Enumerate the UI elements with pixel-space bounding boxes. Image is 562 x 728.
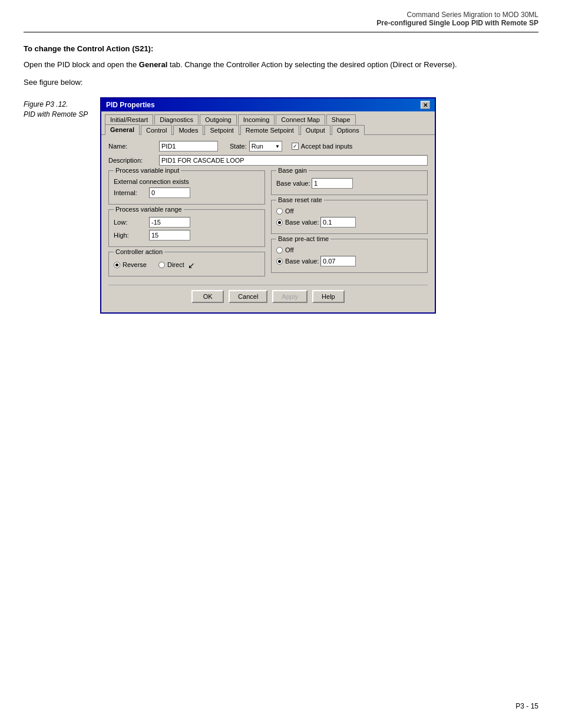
- external-connection-text: External connection exists: [114, 178, 189, 185]
- pid-properties-dialog: PID Properties ✕ Initial/Restart Diagnos…: [100, 97, 436, 314]
- base-gain-group: Base gain Base value:: [271, 170, 428, 195]
- controller-action-title: Controller action: [114, 248, 164, 255]
- controller-action-group: Controller action Reverse Direct ↙: [108, 252, 265, 276]
- help-button[interactable]: Help: [312, 290, 345, 303]
- pre-act-off-radio-group: Off: [276, 246, 422, 253]
- apply-button[interactable]: Apply: [272, 290, 308, 303]
- base-gain-value-row: Base value:: [276, 178, 422, 189]
- reverse-radio-group: Reverse Direct ↙: [114, 259, 260, 270]
- tab-connect-map[interactable]: Connect Map: [276, 114, 325, 124]
- tab-modes[interactable]: Modes: [173, 125, 203, 135]
- pre-act-off-radio[interactable]: [276, 247, 283, 253]
- tab-control[interactable]: Control: [141, 125, 172, 135]
- low-label: Low:: [114, 219, 149, 226]
- figure-label: Figure P3 .12.PID with Remote SP: [24, 97, 100, 120]
- tab-row-2: General Control Modes Setpoint Remote Se…: [105, 124, 431, 134]
- page-footer: P3 - 15: [515, 702, 538, 710]
- base-gain-value-label: Base value:: [276, 180, 312, 187]
- process-variable-range-group: Process variable range Low: High:: [108, 209, 265, 247]
- description-input[interactable]: [159, 155, 428, 166]
- base-gain-content: Base value:: [276, 178, 422, 189]
- tab-incoming[interactable]: Incoming: [238, 114, 275, 124]
- reset-rate-off-label: Off: [285, 207, 293, 215]
- dialog-close-button[interactable]: ✕: [421, 101, 430, 109]
- reset-rate-off-radio[interactable]: [276, 208, 283, 215]
- base-gain-input[interactable]: [312, 178, 353, 189]
- high-input[interactable]: [149, 230, 190, 241]
- tabs-container: Initial/Restart Diagnostics Outgoing Inc…: [101, 111, 435, 135]
- base-pre-act-time-group: Base pre-act time Off Base value:: [271, 239, 428, 273]
- state-dropdown[interactable]: Run ▼: [249, 141, 282, 151]
- tab-options[interactable]: Options: [332, 125, 365, 135]
- reset-rate-value-row: Base value:: [276, 217, 422, 228]
- tab-general[interactable]: General: [105, 124, 140, 135]
- low-row: Low:: [114, 217, 260, 228]
- reset-rate-base-label: Base value:: [285, 219, 320, 226]
- reset-rate-base-input[interactable]: [320, 217, 356, 228]
- internal-label: Internal:: [114, 189, 149, 196]
- pre-act-off-label: Off: [285, 246, 293, 253]
- internal-row: Internal:: [114, 187, 260, 198]
- internal-input[interactable]: [149, 187, 190, 198]
- tab-initial-restart[interactable]: Initial/Restart: [105, 114, 153, 124]
- process-variable-input-title: Process variable input: [114, 167, 181, 174]
- direct-radio[interactable]: [158, 262, 165, 268]
- base-reset-rate-content: Off Base value:: [276, 207, 422, 228]
- tab-diagnostics[interactable]: Diagnostics: [154, 114, 199, 124]
- name-row: Name: State: Run ▼ ✓ Accept bad inputs: [108, 141, 428, 151]
- description-label: Description:: [108, 157, 156, 164]
- pre-act-value-row: Base value:: [276, 256, 422, 266]
- base-reset-rate-group: Base reset rate Off Base value:: [271, 200, 428, 234]
- direct-label: Direct: [167, 261, 184, 268]
- accept-bad-inputs-checkbox[interactable]: ✓: [292, 143, 299, 150]
- reverse-radio[interactable]: [114, 262, 120, 268]
- tab-shape[interactable]: Shape: [326, 114, 356, 124]
- reset-rate-base-radio[interactable]: [276, 219, 283, 226]
- process-variable-range-title: Process variable range: [114, 206, 184, 213]
- high-row: High:: [114, 230, 260, 241]
- tab-setpoint[interactable]: Setpoint: [204, 125, 239, 135]
- external-connection-row: External connection exists: [114, 178, 260, 185]
- page-subtitle: Pre-configured Single Loop PID with Remo…: [24, 19, 538, 27]
- pre-act-base-label: Base value:: [285, 258, 320, 265]
- panels-row: Process variable input External connecti…: [108, 170, 428, 281]
- pre-act-base-radio[interactable]: [276, 258, 283, 265]
- description-row: Description:: [108, 155, 428, 166]
- pv-range-content: Low: High:: [114, 217, 260, 241]
- dialog-buttons: OK Cancel Apply Help: [108, 285, 428, 307]
- base-gain-title: Base gain: [276, 167, 309, 174]
- dialog-title: PID Properties: [106, 101, 155, 109]
- tab-remote-setpoint[interactable]: Remote Setpoint: [240, 125, 299, 135]
- reverse-label: Reverse: [123, 261, 147, 268]
- controller-action-content: Reverse Direct ↙: [114, 259, 260, 270]
- accept-bad-inputs-label: Accept bad inputs: [301, 143, 352, 150]
- tab-row-1: Initial/Restart Diagnostics Outgoing Inc…: [105, 114, 431, 124]
- see-figure-text: See figure below:: [24, 77, 538, 88]
- left-panel: Process variable input External connecti…: [108, 170, 265, 281]
- dropdown-arrow-icon: ▼: [275, 144, 280, 149]
- accept-bad-inputs-row: ✓ Accept bad inputs: [292, 143, 352, 150]
- dialog-body: Name: State: Run ▼ ✓ Accept bad inputs: [101, 135, 435, 312]
- pre-act-base-input[interactable]: [320, 256, 356, 266]
- low-input[interactable]: [149, 217, 190, 228]
- state-select-group: State: Run ▼: [230, 141, 282, 151]
- dialog-titlebar: PID Properties ✕: [101, 98, 435, 111]
- process-variable-input-group: Process variable input External connecti…: [108, 170, 265, 205]
- section-heading: To change the Control Action (S21):: [24, 44, 538, 53]
- name-input[interactable]: [159, 141, 218, 151]
- right-panel: Base gain Base value: Base reset rate: [271, 170, 428, 281]
- tab-outgoing[interactable]: Outgoing: [200, 114, 237, 124]
- ok-button[interactable]: OK: [191, 290, 224, 303]
- cancel-button[interactable]: Cancel: [229, 290, 267, 303]
- name-label: Name:: [108, 143, 156, 150]
- page-number: P3 - 15: [515, 702, 538, 710]
- high-label: High:: [114, 232, 149, 239]
- body-text: Open the PID block and open the General …: [24, 59, 538, 71]
- base-pre-act-time-title: Base pre-act time: [276, 235, 330, 242]
- tab-output[interactable]: Output: [300, 125, 330, 135]
- base-reset-rate-title: Base reset rate: [276, 196, 324, 203]
- base-pre-act-time-content: Off Base value:: [276, 246, 422, 266]
- state-label: State:: [230, 143, 247, 150]
- pv-input-content: External connection exists Internal:: [114, 178, 260, 198]
- page-title: Command Series Migration to MOD 30ML: [24, 11, 538, 19]
